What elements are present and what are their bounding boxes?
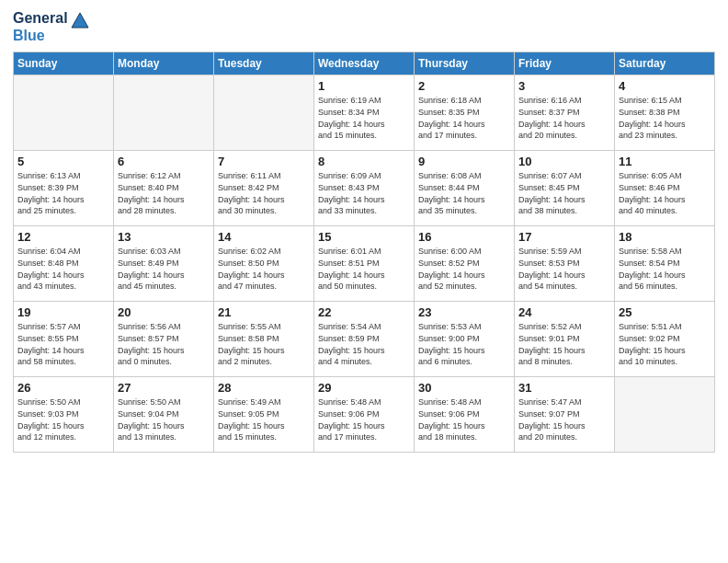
day-number: 8 <box>318 155 410 168</box>
day-number: 20 <box>118 305 210 319</box>
logo-text: GeneralBlue <box>13 9 68 44</box>
day-info: Sunrise: 5:52 AM Sunset: 9:01 PM Dayligh… <box>518 321 610 367</box>
day-info: Sunrise: 5:49 AM Sunset: 9:05 PM Dayligh… <box>218 396 310 442</box>
weekday-header: Thursday <box>415 52 515 75</box>
calendar-table: SundayMondayTuesdayWednesdayThursdayFrid… <box>13 52 715 453</box>
day-number: 31 <box>518 381 610 395</box>
day-info: Sunrise: 6:18 AM Sunset: 8:35 PM Dayligh… <box>418 95 510 141</box>
day-number: 2 <box>418 79 510 93</box>
calendar-cell: 25Sunrise: 5:51 AM Sunset: 9:02 PM Dayli… <box>615 302 715 377</box>
header: GeneralBlue <box>13 9 715 44</box>
day-info: Sunrise: 5:58 AM Sunset: 8:54 PM Dayligh… <box>619 246 711 292</box>
weekday-header: Monday <box>114 52 214 75</box>
day-info: Sunrise: 6:09 AM Sunset: 8:43 PM Dayligh… <box>318 170 410 216</box>
day-number: 14 <box>218 230 310 244</box>
calendar-week-row: 19Sunrise: 5:57 AM Sunset: 8:55 PM Dayli… <box>14 302 715 377</box>
logo: GeneralBlue <box>13 9 90 44</box>
day-number: 9 <box>418 155 510 168</box>
weekday-header: Friday <box>515 52 615 75</box>
calendar-cell: 31Sunrise: 5:47 AM Sunset: 9:07 PM Dayli… <box>515 377 615 453</box>
calendar-cell: 16Sunrise: 6:00 AM Sunset: 8:52 PM Dayli… <box>415 226 515 302</box>
calendar-cell: 22Sunrise: 5:54 AM Sunset: 8:59 PM Dayli… <box>314 302 415 377</box>
calendar-cell <box>114 75 214 151</box>
day-info: Sunrise: 6:03 AM Sunset: 8:49 PM Dayligh… <box>118 246 210 292</box>
calendar-cell: 29Sunrise: 5:48 AM Sunset: 9:06 PM Dayli… <box>314 377 415 453</box>
day-number: 26 <box>17 381 109 395</box>
calendar-cell: 15Sunrise: 6:01 AM Sunset: 8:51 PM Dayli… <box>314 226 415 302</box>
day-number: 7 <box>218 155 310 168</box>
calendar-cell <box>214 75 314 151</box>
day-number: 6 <box>118 155 210 168</box>
calendar-cell: 8Sunrise: 6:09 AM Sunset: 8:43 PM Daylig… <box>314 151 415 226</box>
day-number: 23 <box>418 305 510 319</box>
weekday-header: Saturday <box>615 52 715 75</box>
calendar-cell: 3Sunrise: 6:16 AM Sunset: 8:37 PM Daylig… <box>515 75 615 151</box>
day-number: 13 <box>118 230 210 244</box>
day-number: 17 <box>518 230 610 244</box>
day-info: Sunrise: 6:00 AM Sunset: 8:52 PM Dayligh… <box>418 246 510 292</box>
day-info: Sunrise: 5:55 AM Sunset: 8:58 PM Dayligh… <box>218 321 310 367</box>
day-info: Sunrise: 5:54 AM Sunset: 8:59 PM Dayligh… <box>318 321 410 367</box>
calendar-cell: 9Sunrise: 6:08 AM Sunset: 8:44 PM Daylig… <box>415 151 515 226</box>
day-info: Sunrise: 5:48 AM Sunset: 9:06 PM Dayligh… <box>318 396 410 442</box>
calendar-cell: 20Sunrise: 5:56 AM Sunset: 8:57 PM Dayli… <box>114 302 214 377</box>
logo-icon <box>70 11 90 31</box>
day-info: Sunrise: 5:47 AM Sunset: 9:07 PM Dayligh… <box>518 396 610 442</box>
calendar-cell: 6Sunrise: 6:12 AM Sunset: 8:40 PM Daylig… <box>114 151 214 226</box>
day-number: 5 <box>17 155 109 168</box>
weekday-header: Tuesday <box>214 52 314 75</box>
day-info: Sunrise: 6:05 AM Sunset: 8:46 PM Dayligh… <box>619 170 711 216</box>
calendar-cell: 27Sunrise: 5:50 AM Sunset: 9:04 PM Dayli… <box>114 377 214 453</box>
day-info: Sunrise: 6:15 AM Sunset: 8:38 PM Dayligh… <box>619 95 711 141</box>
day-number: 25 <box>619 305 711 319</box>
day-number: 18 <box>619 230 711 244</box>
calendar-week-row: 5Sunrise: 6:13 AM Sunset: 8:39 PM Daylig… <box>14 151 715 226</box>
day-info: Sunrise: 6:19 AM Sunset: 8:34 PM Dayligh… <box>318 95 410 141</box>
day-info: Sunrise: 6:07 AM Sunset: 8:45 PM Dayligh… <box>518 170 610 216</box>
day-info: Sunrise: 5:48 AM Sunset: 9:06 PM Dayligh… <box>418 396 510 442</box>
day-number: 4 <box>619 79 711 93</box>
weekday-header-row: SundayMondayTuesdayWednesdayThursdayFrid… <box>14 52 715 75</box>
day-number: 21 <box>218 305 310 319</box>
calendar-cell: 19Sunrise: 5:57 AM Sunset: 8:55 PM Dayli… <box>14 302 114 377</box>
day-info: Sunrise: 5:56 AM Sunset: 8:57 PM Dayligh… <box>118 321 210 367</box>
day-number: 12 <box>17 230 109 244</box>
calendar-cell <box>615 377 715 453</box>
calendar-cell: 17Sunrise: 5:59 AM Sunset: 8:53 PM Dayli… <box>515 226 615 302</box>
day-info: Sunrise: 6:16 AM Sunset: 8:37 PM Dayligh… <box>518 95 610 141</box>
calendar-cell: 12Sunrise: 6:04 AM Sunset: 8:48 PM Dayli… <box>14 226 114 302</box>
calendar-cell: 11Sunrise: 6:05 AM Sunset: 8:46 PM Dayli… <box>615 151 715 226</box>
day-number: 11 <box>619 155 711 168</box>
calendar-cell: 21Sunrise: 5:55 AM Sunset: 8:58 PM Dayli… <box>214 302 314 377</box>
day-info: Sunrise: 5:50 AM Sunset: 9:04 PM Dayligh… <box>118 396 210 442</box>
day-info: Sunrise: 5:57 AM Sunset: 8:55 PM Dayligh… <box>17 321 109 367</box>
day-info: Sunrise: 5:53 AM Sunset: 9:00 PM Dayligh… <box>418 321 510 367</box>
day-number: 15 <box>318 230 410 244</box>
day-number: 29 <box>318 381 410 395</box>
calendar-cell: 28Sunrise: 5:49 AM Sunset: 9:05 PM Dayli… <box>214 377 314 453</box>
day-info: Sunrise: 5:51 AM Sunset: 9:02 PM Dayligh… <box>619 321 711 367</box>
calendar-cell: 13Sunrise: 6:03 AM Sunset: 8:49 PM Dayli… <box>114 226 214 302</box>
weekday-header: Wednesday <box>314 52 415 75</box>
day-number: 24 <box>518 305 610 319</box>
day-info: Sunrise: 6:13 AM Sunset: 8:39 PM Dayligh… <box>17 170 109 216</box>
calendar-cell: 24Sunrise: 5:52 AM Sunset: 9:01 PM Dayli… <box>515 302 615 377</box>
calendar-week-row: 26Sunrise: 5:50 AM Sunset: 9:03 PM Dayli… <box>14 377 715 453</box>
calendar-cell: 2Sunrise: 6:18 AM Sunset: 8:35 PM Daylig… <box>415 75 515 151</box>
day-info: Sunrise: 6:04 AM Sunset: 8:48 PM Dayligh… <box>17 246 109 292</box>
calendar-cell: 30Sunrise: 5:48 AM Sunset: 9:06 PM Dayli… <box>415 377 515 453</box>
day-info: Sunrise: 5:59 AM Sunset: 8:53 PM Dayligh… <box>518 246 610 292</box>
day-number: 1 <box>318 79 410 93</box>
day-info: Sunrise: 6:11 AM Sunset: 8:42 PM Dayligh… <box>218 170 310 216</box>
day-number: 16 <box>418 230 510 244</box>
day-info: Sunrise: 6:01 AM Sunset: 8:51 PM Dayligh… <box>318 246 410 292</box>
calendar-cell: 14Sunrise: 6:02 AM Sunset: 8:50 PM Dayli… <box>214 226 314 302</box>
day-number: 22 <box>318 305 410 319</box>
weekday-header: Sunday <box>14 52 114 75</box>
calendar-cell: 26Sunrise: 5:50 AM Sunset: 9:03 PM Dayli… <box>14 377 114 453</box>
calendar-week-row: 12Sunrise: 6:04 AM Sunset: 8:48 PM Dayli… <box>14 226 715 302</box>
day-info: Sunrise: 5:50 AM Sunset: 9:03 PM Dayligh… <box>17 396 109 442</box>
day-number: 27 <box>118 381 210 395</box>
day-number: 3 <box>518 79 610 93</box>
calendar-cell: 18Sunrise: 5:58 AM Sunset: 8:54 PM Dayli… <box>615 226 715 302</box>
